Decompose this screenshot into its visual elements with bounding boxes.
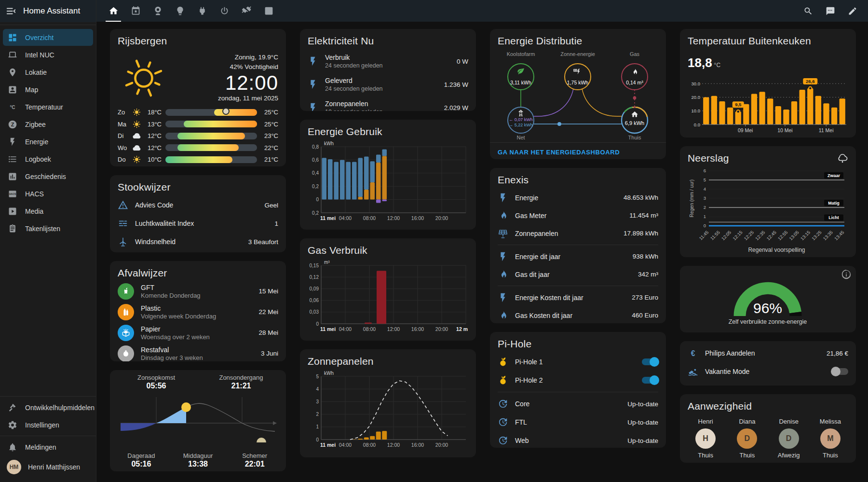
svg-text:6: 6 (704, 168, 706, 173)
list-item-web[interactable]: WebUp-to-date (490, 431, 666, 448)
list-item-secondary: 24 seconden geleden (325, 85, 437, 92)
list-item-energie[interactable]: Energie48.653 kWh (490, 189, 666, 207)
list-item-geleverd[interactable]: Geleverd24 seconden geleden1.236 W (300, 73, 476, 96)
list-item-core[interactable]: CoreUp-to-date (490, 395, 666, 413)
chat-button[interactable] (822, 2, 839, 20)
tab-power-plug[interactable] (191, 0, 213, 22)
sidebar-item-meldingen[interactable]: Meldingen (3, 439, 93, 455)
waste-row-plastic[interactable]: PlasticVolgende week Donderdag22 Mei (110, 302, 286, 322)
energy-usage-chart-card[interactable]: Energie Gebruik 0,80,60,40,200,2kWh11 me… (300, 120, 476, 230)
menu-icon[interactable] (6, 6, 16, 16)
toggle-off[interactable] (832, 368, 848, 375)
info-icon[interactable] (841, 270, 851, 279)
tab-lightbulb[interactable] (169, 0, 191, 22)
sidebar-item-media[interactable]: Media (3, 203, 93, 220)
list-item-advies-code[interactable]: Advies CodeGeel (110, 196, 286, 214)
energy-distribution-diagram[interactable]: KoolstofarmZonne-energieGas3,11 kWh1,75 … (490, 50, 666, 142)
list-item-gas-dit-jaar[interactable]: Gas dit jaar342 m³ (490, 265, 666, 283)
person-name: Melissa (810, 418, 851, 425)
forecast-temp-fill (177, 144, 239, 151)
sidebar-item-zigbee[interactable]: ZZigbee (3, 116, 93, 133)
list-item-energie-kosten-dit-jaar[interactable]: Energie Kosten dit jaar273 Euro (490, 289, 666, 306)
weather-pouring-icon[interactable] (837, 153, 848, 165)
tab-webcam[interactable] (147, 0, 169, 22)
person-status: Afwezig (768, 452, 810, 459)
svg-text:0,03: 0,03 (310, 309, 319, 315)
list-item-verbruik[interactable]: Verbruik24 seconden geleden0 W (300, 50, 476, 73)
sun-position-card[interactable]: Zonsopkomst05:56Zonsondergang21:21 Dager… (110, 370, 286, 471)
list-item-luchtkwaliteit-index[interactable]: Luchtkwaliteit Index1 (110, 214, 286, 233)
forecast-day: Ma (118, 121, 128, 128)
connection-icon (242, 6, 252, 16)
waste-row-papier[interactable]: PapierWoensdag over 2 weken28 Mei (110, 322, 286, 343)
forecast-row-di[interactable]: Di12°C23°C (118, 131, 278, 140)
image-icon (264, 6, 274, 16)
magnify-button[interactable] (800, 2, 817, 20)
waste-row-restafval[interactable]: RestafvalDinsdag over 3 weken3 Juni (110, 343, 286, 361)
dashboard: Rijsbergen Zonnig, 19.9°C 42% Vochtighei… (96, 22, 868, 482)
svg-text:← 0,07 kWh: ← 0,07 kWh (509, 117, 533, 122)
sidebar-item-takenlijsten[interactable]: Takenlijsten (3, 220, 93, 237)
sidebar-item-instellingen[interactable]: Instellingen (3, 416, 93, 433)
toggle-on[interactable] (642, 358, 658, 365)
sidebar-item-energie[interactable]: Energie (3, 133, 93, 150)
forecast-row-zo[interactable]: Zo18°C25°C (118, 108, 278, 117)
tab-home[interactable] (102, 0, 124, 22)
tab-connection[interactable] (235, 0, 258, 22)
list-item-pi-hole-1[interactable]: Pi-Hole 1 (490, 353, 666, 371)
sidebar-user[interactable]: HM Henri Matthijssen (0, 456, 96, 482)
sidebar-item-geschiedenis[interactable]: Geschiedenis (3, 168, 93, 185)
list-item-ftl[interactable]: FTLUp-to-date (490, 413, 666, 431)
lightbulb-icon (175, 6, 185, 16)
svg-text:20:00: 20:00 (435, 215, 448, 221)
svg-text:HACS: HACS (9, 193, 16, 195)
solar-chart-card[interactable]: Zonnepanelen 543210kWh11 mei04:0008:0012… (300, 349, 476, 457)
svg-text:13:15: 13:15 (800, 230, 812, 242)
sidebar-item-intel-nuc[interactable]: Intel NUC (3, 46, 93, 63)
sidebar-item-map[interactable]: Map (3, 81, 93, 98)
temperature-chart-card[interactable]: Temperatuur Buitenkeuken 18,8°C 0.010.02… (680, 29, 856, 138)
sidebar-item-overzicht[interactable]: Overzicht (3, 29, 93, 46)
forecast-row-do[interactable]: Do10°C21°C (118, 155, 278, 164)
forecast-row-wo[interactable]: Wo12°C22°C (118, 143, 278, 152)
list-item-zonnepanelen[interactable]: Zonnepanelen17.898 kWh (490, 224, 666, 242)
sidebar-item-label: Geschiedenis (25, 173, 66, 180)
sidebar-item-lokatie[interactable]: Lokatie (3, 64, 93, 81)
forecast-gradient (165, 156, 232, 163)
tab-image[interactable] (258, 0, 280, 22)
toggle-knob (831, 367, 841, 376)
person-diana[interactable]: DianaDThuis (726, 418, 768, 459)
person-denise[interactable]: DeniseDAfwezig (768, 418, 810, 459)
list-item-pi-hole-2[interactable]: Pi-Hole 2 (490, 371, 666, 389)
person-melissa[interactable]: MelissaMThuis (810, 418, 851, 459)
gas-usage-chart-card[interactable]: Gas Verbruik 0,150,120,090,060,030m³11 m… (300, 238, 476, 341)
list-item-windsnelheid[interactable]: Windsnelheid3 Beaufort (110, 233, 286, 251)
list-item-gas-kosten-dit-jaar[interactable]: Gas Kosten dit jaar460 Euro (490, 306, 666, 323)
sidebar-item-ontwikkelhulpmiddelen[interactable]: Ontwikkelhulpmiddelen (3, 399, 93, 416)
forecast-min-temp: 13°C (145, 121, 162, 128)
waste-row-gft[interactable]: GFTKomende Donderdag15 Mei (110, 281, 286, 302)
flash-icon (308, 102, 318, 111)
precipitation-card[interactable]: Neerslag 0123456Regen (mm / uur)ZwaarMat… (680, 146, 856, 257)
list-item-zonnepanelen[interactable]: Zonnepanelen10 seconden geleden2.029 W (300, 96, 476, 111)
list-item-gas-meter[interactable]: Gas Meter11.454 m³ (490, 207, 666, 224)
sidebar-item-temperatuur[interactable]: °CTemperatuur (3, 98, 93, 115)
tab-power[interactable] (213, 0, 235, 22)
forecast-row-ma[interactable]: Ma13°C25°C (118, 120, 278, 129)
energy-dashboard-link[interactable]: GA NAAR HET ENERGIEDASHBOARD (490, 142, 666, 159)
sidebar-item-hacs[interactable]: HACSHACS (3, 185, 93, 202)
tab-calendar-star[interactable] (124, 0, 147, 22)
weather-card[interactable]: Rijsbergen Zonnig, 19.9°C 42% Vochtighei… (110, 29, 286, 166)
list-item-philips-aandelen[interactable]: €Philips Aandelen21,86 € (680, 344, 856, 362)
person-henri[interactable]: HenriHThuis (685, 418, 726, 459)
sidebar-item-logboek[interactable]: Logboek (3, 151, 93, 167)
list-item-vakantie-mode[interactable]: Vakantie Mode (680, 362, 856, 381)
flash-icon (498, 193, 508, 203)
solar-self-use-gauge-card[interactable]: 96%Zelf verbruikte zonne-energie (680, 266, 856, 332)
sidebar-item-label: Energie (25, 138, 48, 146)
list-item-energie-dit-jaar[interactable]: Energie dit jaar938 kWh (490, 248, 666, 265)
dashboard-icon (8, 33, 17, 42)
pencil-button[interactable] (844, 2, 861, 20)
sunrise-value: 05:56 (122, 382, 190, 390)
toggle-on[interactable] (642, 377, 658, 384)
